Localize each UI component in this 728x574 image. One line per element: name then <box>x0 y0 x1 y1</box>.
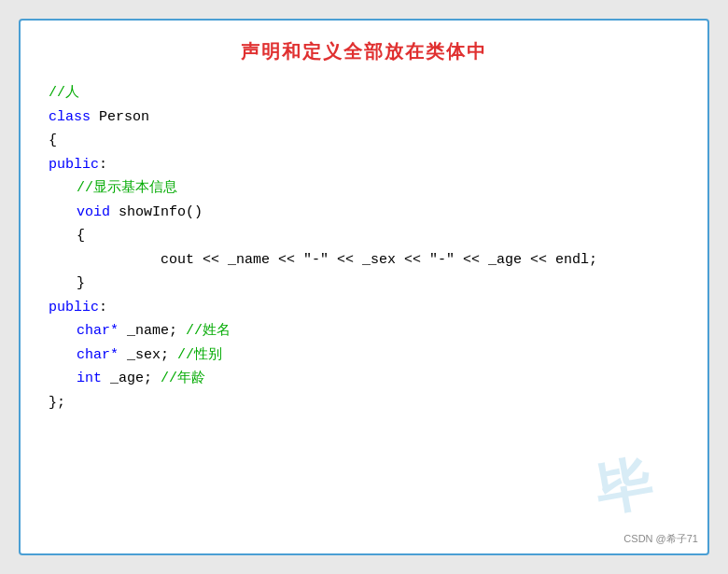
watermark: 毕 <box>589 445 657 529</box>
code-block: //人class Person{public://显示基本信息void show… <box>49 81 679 414</box>
code-line: public: <box>49 296 679 320</box>
code-token-normal: _name; <box>119 323 186 339</box>
card-title: 声明和定义全部放在类体中 <box>49 39 679 64</box>
code-token-comment: //人 <box>49 85 79 101</box>
code-token-comment: //显示基本信息 <box>77 180 177 196</box>
code-token-normal: }; <box>49 395 65 411</box>
code-token-keyword: class <box>49 109 91 125</box>
code-line: char* _name; //姓名 <box>49 319 679 343</box>
code-line: cout << _name << "-" << _sex << "-" << _… <box>49 248 679 273</box>
code-token-keyword: public <box>49 157 99 173</box>
code-token-normal: cout << _name << "-" << _sex << "-" << _… <box>161 252 597 268</box>
code-token-normal: Person <box>91 109 149 125</box>
code-line: { <box>49 224 679 248</box>
code-token-keyword: public <box>49 300 99 315</box>
csdn-label: CSDN @希子71 <box>623 532 698 546</box>
code-line: char* _sex; //性别 <box>49 343 679 368</box>
code-token-normal: : <box>99 157 107 173</box>
code-line: int _age; //年龄 <box>49 367 679 391</box>
code-line: //人 <box>49 81 679 105</box>
code-line: { <box>49 129 679 153</box>
code-line: //显示基本信息 <box>49 176 679 201</box>
code-line: public: <box>49 153 679 177</box>
code-token-normal: _age; <box>102 371 161 386</box>
code-token-normal: : <box>99 300 107 315</box>
code-token-keyword: int <box>77 371 102 386</box>
code-token-comment: //性别 <box>177 347 222 363</box>
code-token-normal: { <box>77 228 85 244</box>
code-token-normal: } <box>77 275 85 291</box>
code-token-comment: //年龄 <box>161 371 205 386</box>
code-token-keyword: void <box>77 204 110 220</box>
code-line: void showInfo() <box>49 201 679 225</box>
code-token-normal: _sex; <box>119 347 177 363</box>
code-line: class Person <box>49 105 679 130</box>
code-token-normal: { <box>49 133 57 148</box>
code-token-keyword: char* <box>77 323 119 339</box>
code-token-comment: //姓名 <box>186 323 231 339</box>
code-card: 声明和定义全部放在类体中 //人class Person{public://显示… <box>19 19 709 555</box>
code-line: }; <box>49 391 679 415</box>
code-token-normal: showInfo() <box>110 204 203 220</box>
code-token-keyword: char* <box>77 347 119 363</box>
code-line: } <box>49 272 679 296</box>
